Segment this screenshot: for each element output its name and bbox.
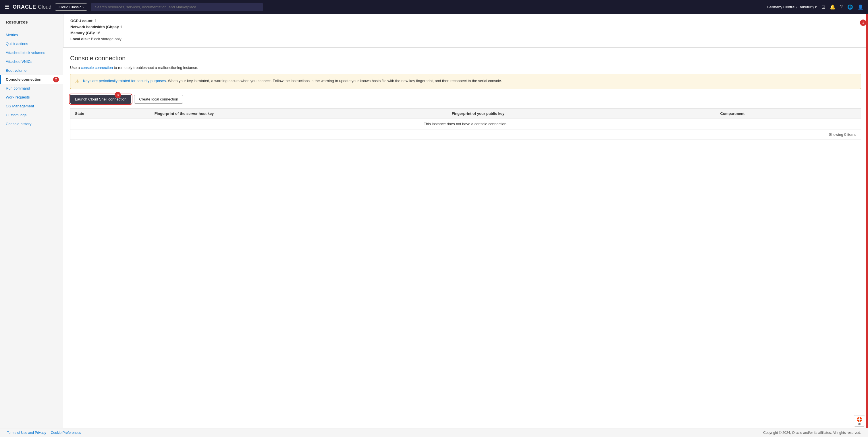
warning-icon: ⚠: [75, 79, 80, 85]
desc-suffix: to remotely troubleshoot a malfunctionin…: [113, 65, 198, 70]
help-float-icon: 🛟: [857, 416, 862, 422]
badge-3: 3: [115, 92, 121, 98]
console-connection-link[interactable]: console connection: [81, 65, 113, 70]
oracle-logo: ORACLE Cloud: [13, 4, 52, 10]
footer-links: Terms of Use and Privacy Cookie Preferen…: [7, 431, 81, 435]
col-compartment: Compartment: [716, 108, 861, 119]
badge-1: 1: [860, 20, 866, 26]
sidebar-item-custom-logs[interactable]: Custom logs: [0, 111, 63, 120]
cookies-link[interactable]: Cookie Preferences: [51, 431, 81, 435]
disk-row: Local disk: Block storage only: [70, 37, 861, 41]
region-label: Germany Central (Frankfurt): [767, 5, 814, 9]
col-server-fingerprint: Fingerprint of the server host key: [150, 108, 447, 119]
search-input[interactable]: [91, 3, 263, 11]
console-connection-title: Console connection: [70, 55, 861, 62]
disk-label: Local disk:: [70, 37, 90, 41]
region-selector[interactable]: Germany Central (Frankfurt) ▾: [767, 5, 817, 9]
network-row: Network bandwidth (Gbps): 1: [70, 25, 861, 29]
actions-row: 3 Launch Cloud Shell connection Create l…: [70, 95, 861, 104]
ocpu-label: OCPU count:: [70, 19, 94, 23]
cloud-classic-button[interactable]: Cloud Classic ›: [55, 3, 87, 11]
sidebar-item-work-requests[interactable]: Work requests: [0, 93, 63, 102]
table-empty-row: This instance does not have a console co…: [70, 119, 861, 129]
sidebar: Resources Metrics Quick actions Attached…: [0, 14, 63, 437]
sidebar-item-quick-actions[interactable]: Quick actions: [0, 39, 63, 48]
warning-text: Keys are periodically rotated for securi…: [83, 78, 502, 84]
table-body: This instance does not have a console co…: [70, 119, 861, 129]
sidebar-item-attached-vnics[interactable]: Attached VNICs: [0, 57, 63, 66]
network-val: 1: [120, 25, 122, 29]
badge-2: 2: [53, 77, 59, 83]
warning-text-body: . When your key is rotated, a warning oc…: [166, 79, 502, 83]
console-connection-desc: Use a console connection to remotely tro…: [70, 65, 861, 70]
table-head: State Fingerprint of the server host key…: [70, 108, 861, 119]
table-footer: Showing 0 items: [70, 129, 861, 139]
sidebar-item-os-management[interactable]: OS Management: [0, 102, 63, 111]
ocpu-val: 1: [95, 19, 97, 23]
console-connection-table: State Fingerprint of the server host key…: [70, 108, 861, 140]
sidebar-item-console-history[interactable]: Console history: [0, 120, 63, 128]
terms-link[interactable]: Terms of Use and Privacy: [7, 431, 46, 435]
layout: Resources Metrics Quick actions Attached…: [0, 14, 868, 437]
copyright-text: Copyright © 2024, Oracle and/or its affi…: [763, 431, 861, 435]
desc-prefix: Use a: [70, 65, 81, 70]
sidebar-item-boot-volume[interactable]: Boot volume: [0, 66, 63, 75]
sidebar-item-metrics[interactable]: Metrics: [0, 30, 63, 39]
create-local-connection-button[interactable]: Create local connection: [134, 95, 183, 104]
memory-row: Memory (GB): 16: [70, 31, 861, 35]
warning-box: ⚠ Keys are periodically rotated for secu…: [70, 74, 861, 89]
sidebar-title: Resources: [0, 20, 63, 28]
connection-data-table: State Fingerprint of the server host key…: [70, 108, 861, 129]
warning-link[interactable]: Keys are periodically rotated for securi…: [83, 79, 166, 83]
launch-cloud-shell-button[interactable]: Launch Cloud Shell connection: [70, 95, 131, 104]
right-border: [866, 14, 868, 437]
ocpu-row: OCPU count: 1: [70, 19, 861, 23]
topnav-right: Germany Central (Frankfurt) ▾ ⊡ 🔔 ? 🌐 👤: [767, 4, 863, 10]
info-card: OCPU count: 1 Network bandwidth (Gbps): …: [63, 14, 868, 48]
table-header-row: State Fingerprint of the server host key…: [70, 108, 861, 119]
console-icon[interactable]: ⊡: [822, 4, 825, 10]
page-footer: Terms of Use and Privacy Cookie Preferen…: [0, 428, 868, 437]
disk-val: Block storage only: [91, 37, 122, 41]
col-state: State: [70, 108, 150, 119]
empty-message: This instance does not have a console co…: [70, 119, 861, 129]
network-label: Network bandwidth (Gbps):: [70, 25, 119, 29]
oracle-text: ORACLE: [13, 4, 36, 10]
col-public-key-fingerprint: Fingerprint of your public key: [447, 108, 716, 119]
memory-val: 16: [96, 31, 100, 35]
help-float-grid-icon: ⊞: [858, 422, 861, 425]
user-icon[interactable]: 👤: [858, 4, 863, 10]
sidebar-active-wrapper: Console connection 2: [0, 75, 63, 84]
bell-icon[interactable]: 🔔: [830, 4, 836, 10]
globe-icon[interactable]: 🌐: [847, 4, 853, 10]
topnav: ☰ ORACLE Cloud Cloud Classic › Germany C…: [0, 0, 868, 14]
hamburger-icon[interactable]: ☰: [5, 4, 9, 10]
console-connection-section: Console connection Use a console connect…: [63, 48, 868, 140]
sidebar-item-attached-block-volumes[interactable]: Attached block volumes: [0, 48, 63, 57]
cloud-text: Cloud: [38, 4, 52, 10]
help-icon[interactable]: ?: [840, 4, 843, 9]
launch-btn-wrapper: Launch Cloud Shell connection: [70, 95, 131, 104]
chevron-down-icon: ▾: [815, 5, 817, 9]
sidebar-item-run-command[interactable]: Run command: [0, 84, 63, 93]
main-content: OCPU count: 1 Network bandwidth (Gbps): …: [63, 14, 868, 437]
help-float-button[interactable]: 🛟 ⊞: [854, 415, 865, 427]
memory-label: Memory (GB):: [70, 31, 95, 35]
